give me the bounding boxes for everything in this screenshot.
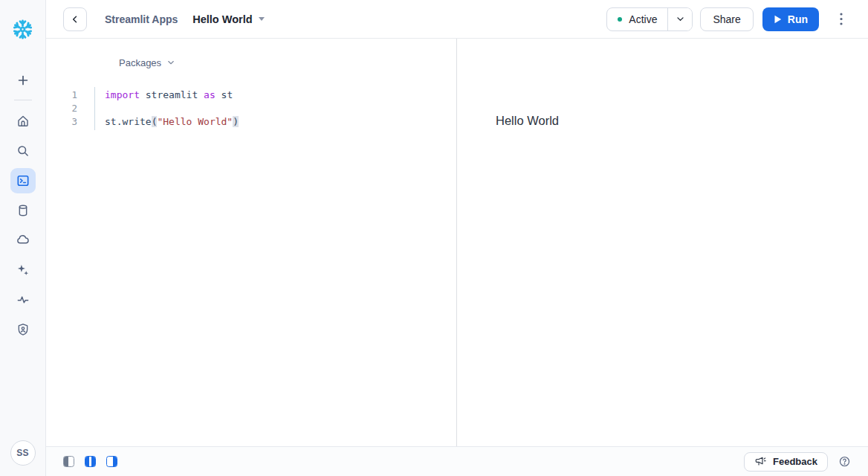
panel-left-icon — [63, 456, 74, 467]
plus-icon — [10, 68, 36, 93]
status-dot-icon — [618, 17, 622, 22]
snowflake-logo[interactable] — [10, 16, 36, 42]
packages-dropdown[interactable]: Packages — [119, 54, 175, 71]
line-number: 2 — [46, 102, 94, 115]
status-button[interactable]: Active — [607, 8, 667, 30]
code-lines[interactable]: import streamlit as st st.write("Hello W… — [95, 87, 239, 130]
code-token: as — [204, 89, 221, 100]
home-icon — [10, 109, 36, 134]
header: Streamlit Apps Hello World Active Share — [46, 0, 868, 39]
line-number: 1 — [46, 89, 94, 102]
panel-right-icon — [106, 456, 117, 467]
chevron-down-icon — [166, 58, 175, 67]
sidebar-item-search[interactable] — [8, 136, 38, 166]
database-icon — [10, 198, 36, 223]
line-number-gutter: 1 2 3 — [46, 87, 95, 130]
help-button[interactable] — [838, 455, 851, 469]
caret-down-icon[interactable] — [259, 17, 265, 21]
sidebar-item-data[interactable] — [8, 196, 38, 225]
chevron-down-icon — [676, 14, 685, 24]
sidebar-item-create[interactable] — [8, 65, 38, 95]
status-split-button: Active — [606, 7, 693, 31]
code-token: streamlit — [146, 89, 204, 100]
preview-output-text: Hello World — [496, 114, 868, 128]
footer-bar: Feedback — [46, 446, 868, 476]
sidebar-item-home[interactable] — [8, 106, 38, 136]
sidebar-item-projects[interactable] — [8, 166, 38, 196]
share-button[interactable]: Share — [700, 7, 753, 31]
code-token: import — [105, 89, 146, 100]
code-block[interactable]: 1 2 3 import streamlit as st st.write("H… — [46, 87, 456, 130]
sidebar-nav — [8, 106, 38, 344]
cloud-icon — [10, 228, 36, 253]
code-token: write — [122, 116, 151, 127]
sidebar-item-admin[interactable] — [8, 315, 38, 344]
toggle-preview-button[interactable] — [106, 456, 117, 467]
code-line — [105, 102, 239, 115]
sidebar-item-ai[interactable] — [8, 255, 38, 285]
toggle-side-panel-button[interactable] — [63, 456, 74, 467]
code-token: "Hello World" — [157, 116, 233, 127]
line-number: 3 — [46, 115, 94, 129]
user-avatar[interactable]: SS — [10, 440, 36, 466]
code-token: st — [221, 89, 233, 100]
app-preview-pane: Hello World — [457, 39, 868, 446]
search-icon — [10, 138, 36, 164]
sparkles-icon — [10, 257, 36, 283]
activity-icon — [10, 287, 36, 312]
split-view-icon — [85, 456, 96, 467]
megaphone-icon — [754, 456, 767, 467]
back-button[interactable] — [63, 7, 87, 31]
code-token: ) — [233, 116, 239, 127]
code-line: st.write("Hello World") — [105, 115, 239, 129]
sidebar-divider — [14, 100, 32, 100]
breadcrumb[interactable]: Streamlit Apps — [105, 13, 178, 25]
kebab-icon — [840, 13, 843, 25]
run-button-label: Run — [788, 13, 808, 25]
app-window: SS Streamlit Apps Hello World Active — [0, 0, 868, 476]
terminal-icon — [10, 168, 36, 193]
main-column: Streamlit Apps Hello World Active Share — [46, 0, 868, 476]
code-token: st — [105, 116, 117, 127]
pane-toggle-group — [63, 456, 117, 467]
status-dropdown-button[interactable] — [668, 8, 692, 30]
status-badge: Active — [629, 13, 657, 25]
sidebar-item-monitoring[interactable] — [8, 285, 38, 315]
page-title[interactable]: Hello World — [192, 13, 252, 25]
sidebar: SS — [0, 0, 46, 476]
content-area: Packages 1 2 3 import streamlit as st st — [46, 39, 868, 446]
feedback-button-label: Feedback — [773, 456, 817, 467]
code-editor-pane[interactable]: Packages 1 2 3 import streamlit as st st — [46, 39, 457, 446]
shield-icon — [10, 317, 36, 342]
question-circle-icon — [838, 455, 851, 468]
more-options-button[interactable] — [832, 7, 850, 31]
chevron-left-icon — [70, 14, 80, 25]
play-icon — [774, 15, 782, 24]
feedback-button[interactable]: Feedback — [744, 452, 828, 472]
toggle-editor-button[interactable] — [85, 456, 96, 467]
code-line: import streamlit as st — [105, 89, 239, 102]
packages-label: Packages — [119, 57, 161, 68]
sidebar-item-compute[interactable] — [8, 225, 38, 255]
run-button[interactable]: Run — [762, 7, 819, 31]
